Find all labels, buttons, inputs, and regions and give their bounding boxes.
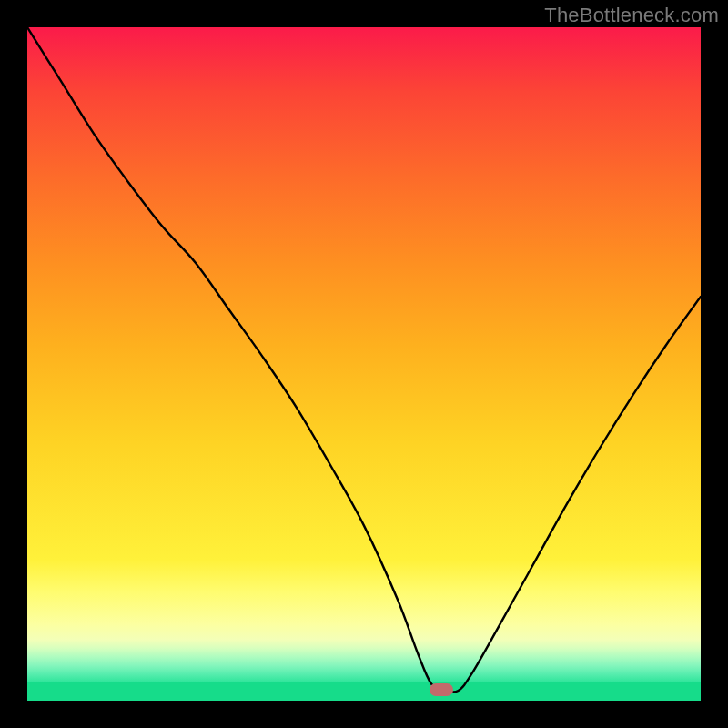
bottleneck-curve bbox=[27, 27, 701, 693]
optimum-marker bbox=[430, 683, 453, 696]
chart-frame: TheBottleneck.com bbox=[0, 0, 728, 728]
plot-area bbox=[27, 27, 701, 701]
curve-svg bbox=[27, 27, 701, 701]
watermark-text: TheBottleneck.com bbox=[544, 4, 719, 27]
